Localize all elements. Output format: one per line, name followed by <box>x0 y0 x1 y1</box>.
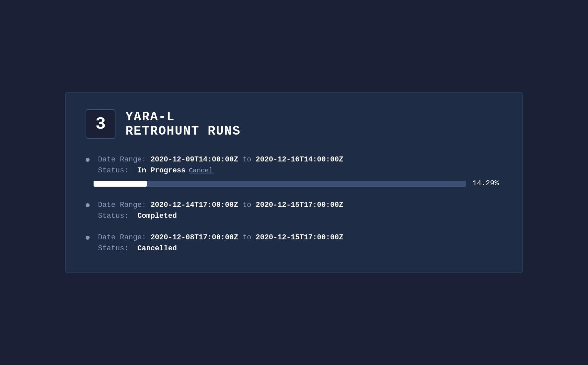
run-1-progress-container: 14.29% <box>86 179 502 188</box>
run-1-status-line: Status: In Progress Cancel <box>86 166 502 175</box>
run-1-date-range-line: Date Range: 2020-12-09T14:00:00Z to 2020… <box>86 155 502 164</box>
run-item-1: Date Range: 2020-12-09T14:00:00Z to 2020… <box>86 155 502 188</box>
run-2-date-connector: to <box>238 201 256 209</box>
run-3-date-end: 2020-12-15T17:00:00Z <box>256 233 343 242</box>
number-badge: 3 <box>86 109 115 139</box>
title-block: YARA-L RETROHUNT RUNS <box>125 110 241 138</box>
run-1-cancel-button[interactable]: Cancel <box>189 167 213 174</box>
run-3-status-value: Cancelled <box>137 244 177 253</box>
run-3-date-start: 2020-12-08T17:00:00Z <box>151 233 238 242</box>
run-1-progress-bar-fill <box>94 181 147 187</box>
retrohunt-card: 3 YARA-L RETROHUNT RUNS Date Range: 2020… <box>65 92 523 273</box>
run-2-date-label: Date Range: <box>94 201 151 209</box>
run-1-date-connector: to <box>238 155 256 164</box>
run-3-date-connector: to <box>238 233 256 242</box>
run-2-date-start: 2020-12-14T17:00:00Z <box>151 201 238 209</box>
run-3-status-line: Status: Cancelled <box>86 244 502 253</box>
run-2-status-label: Status: <box>94 212 137 220</box>
run-1-date-end: 2020-12-16T14:00:00Z <box>256 155 343 164</box>
run-item-3: Date Range: 2020-12-08T17:00:00Z to 2020… <box>86 233 502 253</box>
run-1-progress-text: 14.29% <box>473 179 502 188</box>
run-1-status-value: In Progress <box>137 166 185 175</box>
run-1-status-label: Status: <box>94 166 137 175</box>
run-2-date-range-line: Date Range: 2020-12-14T17:00:00Z to 2020… <box>86 201 502 209</box>
run-2-status-line: Status: Completed <box>86 212 502 220</box>
run-2-bullet <box>86 203 90 207</box>
run-1-bullet <box>86 158 90 162</box>
run-1-date-start: 2020-12-09T14:00:00Z <box>151 155 238 164</box>
run-3-bullet <box>86 236 90 240</box>
run-item-2: Date Range: 2020-12-14T17:00:00Z to 2020… <box>86 201 502 220</box>
run-1-date-label: Date Range: <box>94 155 151 164</box>
run-3-date-range-line: Date Range: 2020-12-08T17:00:00Z to 2020… <box>86 233 502 242</box>
run-1-progress-bar-bg <box>94 181 466 187</box>
title-line2: RETROHUNT RUNS <box>125 124 241 138</box>
run-3-date-label: Date Range: <box>94 233 151 242</box>
run-2-status-value: Completed <box>137 212 177 220</box>
title-line1: YARA-L <box>125 110 241 124</box>
run-3-status-label: Status: <box>94 244 137 253</box>
runs-list: Date Range: 2020-12-09T14:00:00Z to 2020… <box>86 155 502 253</box>
run-2-date-end: 2020-12-15T17:00:00Z <box>256 201 343 209</box>
card-header: 3 YARA-L RETROHUNT RUNS <box>86 109 502 139</box>
badge-number: 3 <box>95 114 106 134</box>
